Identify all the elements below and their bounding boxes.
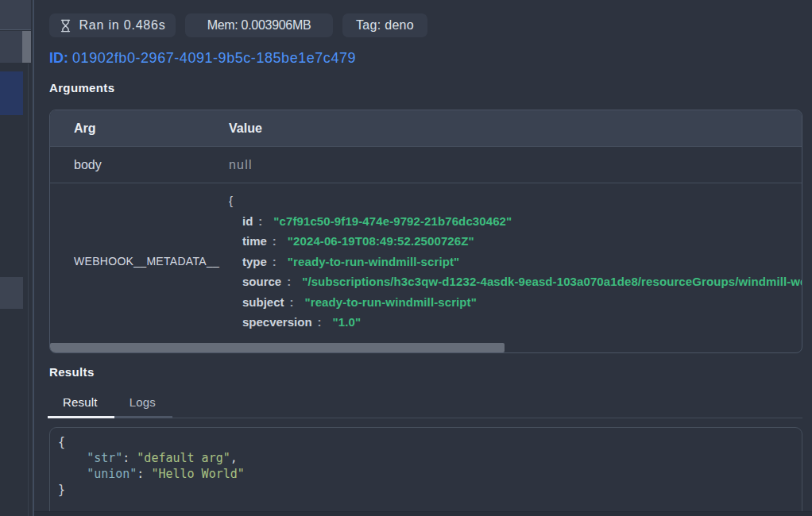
tab-result[interactable]: Result: [48, 395, 114, 418]
json-string-value: "ready-to-run-windmill-script": [288, 255, 459, 268]
json-field-specversion: specversion:"1.0": [229, 312, 802, 333]
result-close-brace: }: [58, 483, 65, 497]
arguments-table-header: Arg Value: [50, 110, 802, 147]
left-pane: [0, 0, 33, 516]
memory-badge: Mem: 0.003906MB: [185, 13, 333, 37]
runtime-badge: Ran in 0.486s: [49, 13, 176, 37]
json-field-source: source:"/subscriptions/h3c3qw-d1232-4asd…: [229, 271, 802, 292]
json-key: source: [242, 275, 281, 288]
job-id-label: ID:: [49, 50, 68, 66]
result-key-str: "str": [87, 451, 122, 465]
json-string-value: "1.0": [333, 315, 362, 329]
result-key-union: "union": [87, 467, 137, 481]
json-colon: :: [287, 275, 291, 288]
table-row-webhook-metadata: WEBHOOK__METADATA__ {id:"c7f91c50-9f19-4…: [50, 183, 802, 339]
json-open-brace: {: [229, 191, 802, 211]
run-result-panel: Ran in 0.486s Mem: 0.003906MB Tag: deno …: [34, 0, 812, 516]
json-colon: :: [290, 295, 294, 309]
table-horizontal-scrollbar[interactable]: [50, 339, 802, 352]
arg-column-header: Arg: [50, 121, 229, 136]
left-pane-item[interactable]: [0, 277, 23, 309]
job-id-line: ID: 01902fb0-2967-4091-9b5c-185be1e7c479: [49, 49, 802, 67]
result-indent: [58, 467, 87, 481]
left-pane-selected-item[interactable]: [0, 71, 23, 115]
json-string-value: "/subscriptions/h3c3qw-d1232-4asdk-9easd…: [302, 275, 802, 288]
arg-name: body: [50, 158, 229, 172]
json-colon: :: [273, 234, 276, 248]
arg-name: WEBHOOK__METADATA__: [50, 255, 229, 268]
left-pane-block-top: [0, 0, 31, 30]
result-comma: ,: [230, 451, 238, 465]
left-pane-scrollbar-thumb[interactable]: [22, 31, 31, 63]
result-separator: :: [137, 467, 151, 481]
json-field-time: time:"2024-06-19T08:49:52.2500726Z": [229, 231, 802, 252]
table-row-body: body null: [50, 147, 802, 183]
json-colon: :: [258, 214, 262, 228]
result-json-box[interactable]: { "str": "default arg", "union": "Hello …: [49, 427, 802, 516]
json-colon: :: [318, 315, 322, 329]
json-string-value: "2024-06-19T08:49:52.2500726Z": [288, 234, 474, 248]
json-field-subject: subject:"ready-to-run-windmill-script": [229, 292, 802, 313]
json-string-value: "ready-to-run-windmill-script": [305, 295, 477, 309]
tabs-rest-border: [172, 395, 802, 418]
runtime-badge-label: Ran in 0.486s: [79, 18, 165, 33]
arg-value-null: null: [229, 158, 802, 172]
results-tabs: Result Logs: [48, 395, 802, 418]
results-title: Results: [49, 364, 802, 379]
bottom-panel-edge: [34, 511, 812, 516]
arguments-title: Arguments: [49, 80, 802, 95]
result-value-str: "default arg": [137, 451, 230, 465]
tab-logs[interactable]: Logs: [114, 395, 172, 418]
run-badges: Ran in 0.486s Mem: 0.003906MB Tag: deno: [49, 13, 802, 37]
json-field-type: type:"ready-to-run-windmill-script": [229, 252, 802, 272]
hourglass-icon: [59, 19, 72, 33]
table-horizontal-scrollbar-thumb[interactable]: [50, 343, 505, 352]
result-value-union: "Hello World": [151, 467, 244, 481]
json-field-id: id:"c7f91c50-9f19-474e-9792-21b76dc30462…: [229, 211, 802, 232]
tag-badge-label: Tag: deno: [356, 18, 414, 33]
value-column-header: Value: [229, 121, 802, 136]
json-key: subject: [242, 295, 284, 309]
tag-badge: Tag: deno: [342, 13, 427, 37]
json-key: time: [242, 234, 267, 248]
left-pane-scroll-track-line: [28, 64, 29, 516]
json-key: specversion: [242, 315, 312, 329]
json-key: id: [242, 214, 253, 228]
memory-badge-label: Mem: 0.003906MB: [207, 18, 311, 33]
json-colon: :: [273, 255, 276, 268]
json-key: type: [242, 255, 267, 268]
webhook-metadata-json[interactable]: {id:"c7f91c50-9f19-474e-9792-21b76dc3046…: [229, 183, 802, 339]
job-id-value[interactable]: 01902fb0-2967-4091-9b5c-185be1e7c479: [72, 50, 356, 66]
arguments-table: Arg Value body null WEBHOOK__METADATA__ …: [49, 110, 802, 353]
result-indent: [58, 451, 87, 465]
json-string-value: "c7f91c50-9f19-474e-9792-21b76dc30462": [273, 214, 512, 228]
result-separator: :: [122, 451, 137, 465]
result-open-brace: {: [58, 435, 65, 449]
